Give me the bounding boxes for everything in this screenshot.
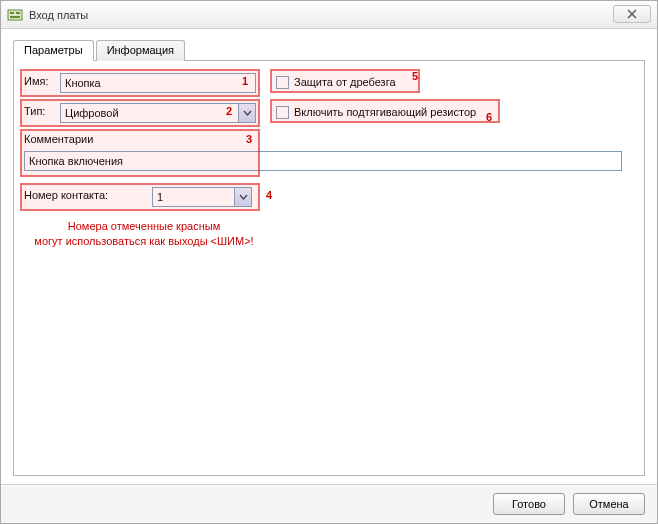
cancel-button[interactable]: Отмена [573, 493, 645, 515]
tab-page-parameters: Имя: 1 Защита от дребезга 5 Тип: Цифрово… [13, 60, 645, 476]
tab-information[interactable]: Информация [96, 40, 185, 61]
note-line-2: могут использоваться как выходы <ШИМ>! [24, 234, 264, 249]
titlebar: Вход платы [1, 1, 657, 29]
note-line-1: Номера отмеченные красным [24, 219, 264, 234]
ok-button[interactable]: Готово [493, 493, 565, 515]
dropdown-button[interactable] [238, 104, 255, 122]
pwm-note: Номера отмеченные красным могут использо… [24, 219, 264, 249]
annotation-6: 6 [486, 111, 492, 123]
debounce-checkbox[interactable] [276, 76, 289, 89]
debounce-label: Защита от дребезга [294, 76, 396, 88]
dropdown-button[interactable] [234, 188, 251, 206]
app-icon [7, 7, 23, 23]
tab-label: Параметры [24, 44, 83, 56]
close-button[interactable] [613, 5, 651, 23]
chevron-down-icon [239, 194, 248, 200]
svg-rect-1 [10, 12, 14, 14]
button-bar: Готово Отмена [1, 484, 657, 523]
pullup-label: Включить подтягивающий резистор [294, 106, 476, 118]
tabstrip: Параметры Информация [13, 39, 645, 61]
dialog-window: Вход платы Параметры Информация Имя: 1 [0, 0, 658, 524]
contact-select[interactable]: 1 [152, 187, 252, 207]
svg-rect-0 [8, 10, 22, 20]
tab-label: Информация [107, 44, 174, 56]
tab-parameters[interactable]: Параметры [13, 40, 94, 61]
annotation-3: 3 [246, 133, 252, 145]
annotation-5: 5 [412, 70, 418, 82]
dialog-body: Параметры Информация Имя: 1 Защита от др… [1, 29, 657, 484]
type-value: Цифровой [61, 107, 238, 119]
name-label: Имя: [24, 75, 48, 87]
type-label: Тип: [24, 105, 45, 117]
chevron-down-icon [243, 110, 252, 116]
svg-rect-3 [10, 16, 20, 18]
svg-rect-2 [16, 12, 20, 14]
comments-label: Комментарии [24, 133, 93, 145]
comments-input[interactable] [24, 151, 622, 171]
button-label: Готово [512, 498, 546, 510]
contact-value: 1 [153, 191, 234, 203]
contact-label: Номер контакта: [24, 189, 108, 201]
annotation-4: 4 [266, 189, 272, 201]
name-input[interactable] [60, 73, 256, 93]
pullup-checkbox[interactable] [276, 106, 289, 119]
window-title: Вход платы [29, 9, 88, 21]
type-select[interactable]: Цифровой [60, 103, 256, 123]
button-label: Отмена [589, 498, 628, 510]
